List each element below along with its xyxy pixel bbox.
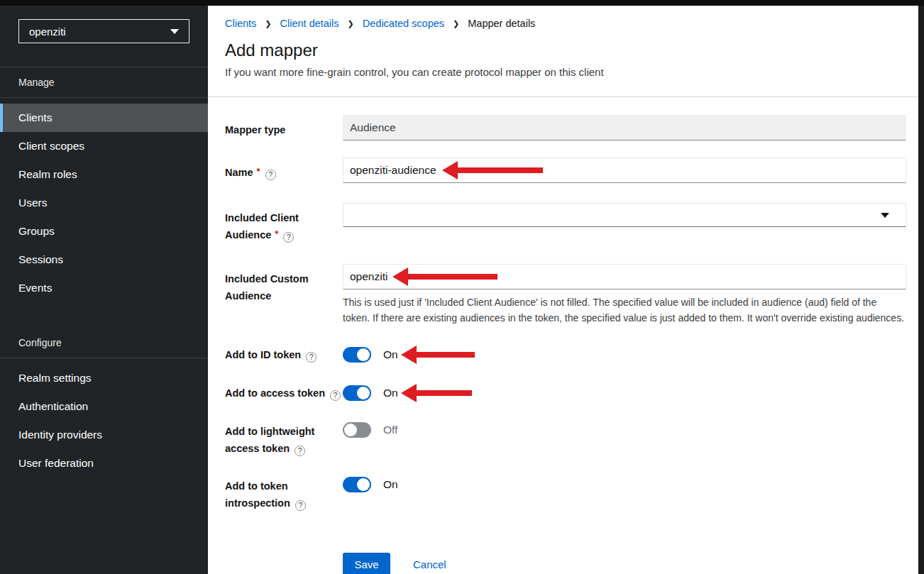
breadcrumb-current-mapper-details: Mapper details bbox=[468, 18, 535, 29]
breadcrumb: Clients Client details Dedicated scopes … bbox=[225, 18, 901, 29]
nav-section-manage: Manage bbox=[0, 67, 208, 98]
name-label: Name* bbox=[225, 158, 343, 183]
sidebar-item-realm-roles[interactable]: Realm roles bbox=[0, 160, 208, 189]
add-to-token-introspection-label: Add to token introspection bbox=[225, 477, 343, 512]
save-button[interactable]: Save bbox=[343, 553, 390, 574]
page-subtitle: If you want more fine-grain control, you… bbox=[225, 66, 901, 78]
cancel-button[interactable]: Cancel bbox=[413, 558, 446, 570]
sidebar-item-user-federation[interactable]: User federation bbox=[0, 449, 208, 478]
arrow-head-icon bbox=[401, 384, 417, 402]
required-asterisk: * bbox=[257, 166, 260, 177]
toggle-state-label: On bbox=[383, 348, 398, 361]
add-to-access-token-row: Add to access token On bbox=[225, 384, 906, 402]
name-row: Name* bbox=[225, 158, 906, 183]
chevron-down-icon bbox=[881, 213, 889, 218]
add-to-access-token-label: Add to access token bbox=[225, 384, 343, 402]
included-custom-audience-input[interactable] bbox=[343, 264, 906, 289]
sidebar-item-identity-providers[interactable]: Identity providers bbox=[0, 421, 208, 449]
main-layout: openziti Manage Clients Client scopes Re… bbox=[0, 6, 924, 574]
breadcrumb-separator-icon bbox=[348, 19, 354, 28]
scrollbar[interactable] bbox=[918, 6, 924, 574]
name-input[interactable] bbox=[343, 158, 906, 183]
add-to-token-introspection-row: Add to token introspection On bbox=[225, 477, 906, 512]
included-custom-audience-help-text: This is used just if 'Included Client Au… bbox=[343, 295, 906, 326]
help-question-icon[interactable] bbox=[295, 446, 305, 456]
sidebar-item-authentication[interactable]: Authentication bbox=[0, 392, 208, 421]
manage-nav-list: Clients Client scopes Realm roles Users … bbox=[0, 98, 208, 302]
included-client-audience-label: Included Client Audience* bbox=[225, 203, 343, 244]
add-mapper-form: Mapper type Name* bbox=[208, 97, 918, 574]
sidebar-item-clients[interactable]: Clients bbox=[0, 104, 208, 132]
included-custom-audience-label: Included Custom Audience bbox=[225, 264, 343, 326]
mapper-type-row: Mapper type bbox=[225, 115, 906, 140]
add-to-id-token-row: Add to ID token On bbox=[225, 346, 906, 364]
page-header: Clients Client details Dedicated scopes … bbox=[208, 6, 918, 97]
sidebar-item-users[interactable]: Users bbox=[0, 189, 208, 217]
add-to-token-introspection-toggle[interactable] bbox=[343, 477, 371, 492]
sidebar-item-sessions[interactable]: Sessions bbox=[0, 245, 208, 274]
annotation-arrow-id-token bbox=[401, 346, 475, 364]
add-to-lightweight-access-token-label: Add to lightweight access token bbox=[225, 422, 343, 457]
page-title: Add mapper bbox=[225, 40, 901, 60]
breadcrumb-clients-link[interactable]: Clients bbox=[225, 18, 256, 29]
toggle-state-label: Off bbox=[383, 424, 397, 436]
sidebar-item-groups[interactable]: Groups bbox=[0, 217, 208, 245]
content-area: Clients Client details Dedicated scopes … bbox=[208, 6, 918, 574]
toggle-state-label: On bbox=[383, 387, 398, 399]
mapper-type-label: Mapper type bbox=[225, 115, 343, 140]
help-question-icon[interactable] bbox=[306, 352, 317, 363]
mapper-type-input bbox=[343, 115, 906, 140]
add-to-lightweight-access-token-row: Add to lightweight access token Off bbox=[225, 422, 906, 457]
toggle-state-label: On bbox=[383, 478, 398, 491]
configure-nav-list: Realm settings Authentication Identity p… bbox=[0, 358, 208, 478]
nav-section-configure: Configure bbox=[0, 328, 208, 358]
realm-selector-section: openziti bbox=[0, 6, 208, 67]
breadcrumb-separator-icon bbox=[265, 19, 271, 28]
realm-selector-dropdown[interactable]: openziti bbox=[18, 19, 189, 43]
sidebar-item-events[interactable]: Events bbox=[0, 274, 208, 302]
help-question-icon[interactable] bbox=[265, 170, 276, 180]
add-to-access-token-toggle[interactable] bbox=[343, 385, 371, 401]
help-question-icon[interactable] bbox=[330, 390, 341, 401]
sidebar-item-realm-settings[interactable]: Realm settings bbox=[0, 364, 208, 392]
annotation-arrow-access-token bbox=[401, 384, 472, 402]
arrow-head-icon bbox=[401, 346, 417, 364]
included-custom-audience-row: Included Custom Audience This is used ju… bbox=[225, 264, 906, 326]
required-asterisk: * bbox=[275, 228, 278, 239]
sidebar-item-client-scopes[interactable]: Client scopes bbox=[0, 132, 208, 160]
add-to-id-token-label: Add to ID token bbox=[225, 346, 343, 364]
breadcrumb-dedicated-scopes-link[interactable]: Dedicated scopes bbox=[363, 18, 444, 29]
help-question-icon[interactable] bbox=[283, 232, 294, 243]
keycloak-admin-console: openziti Manage Clients Client scopes Re… bbox=[0, 0, 924, 574]
masthead-bar bbox=[0, 0, 924, 6]
included-client-audience-row: Included Client Audience* bbox=[225, 203, 906, 244]
chevron-down-icon bbox=[170, 29, 179, 34]
breadcrumb-separator-icon bbox=[453, 19, 459, 28]
included-client-audience-select[interactable] bbox=[343, 203, 906, 227]
form-actions: Save Cancel bbox=[343, 553, 906, 574]
add-to-id-token-toggle[interactable] bbox=[343, 347, 371, 363]
breadcrumb-client-details-link[interactable]: Client details bbox=[280, 18, 339, 29]
realm-name: openziti bbox=[29, 26, 66, 38]
add-to-lightweight-access-token-toggle[interactable] bbox=[343, 422, 371, 438]
help-question-icon[interactable] bbox=[295, 500, 306, 511]
sidebar: openziti Manage Clients Client scopes Re… bbox=[0, 6, 208, 574]
